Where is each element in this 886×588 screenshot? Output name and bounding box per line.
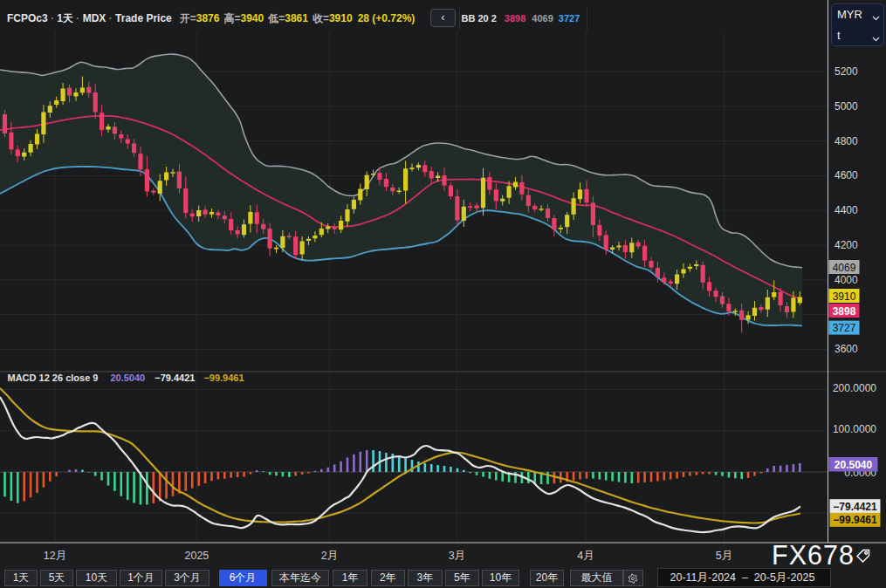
svg-text:4800: 4800 — [834, 135, 858, 147]
svg-text:3898: 3898 — [833, 305, 856, 318]
svg-text:5000: 5000 — [834, 100, 858, 113]
svg-text:2025: 2025 — [184, 550, 209, 562]
svg-text:3月: 3月 — [449, 550, 465, 562]
svg-text:100.0000: 100.0000 — [833, 423, 876, 435]
svg-text:4月: 4月 — [577, 550, 594, 562]
svg-text:−79.4421: −79.4421 — [833, 501, 877, 513]
svg-text:3727: 3727 — [833, 322, 856, 334]
svg-text:5200: 5200 — [834, 65, 858, 78]
svg-text:20.5040: 20.5040 — [834, 459, 873, 471]
svg-text:12月: 12月 — [44, 550, 66, 562]
svg-text:200.0000: 200.0000 — [833, 382, 876, 394]
svg-text:5月: 5月 — [716, 550, 732, 562]
svg-text:4400: 4400 — [834, 204, 858, 216]
svg-text:−99.9461: −99.9461 — [833, 514, 877, 526]
svg-text:3910: 3910 — [833, 291, 856, 303]
svg-text:4069: 4069 — [833, 262, 856, 274]
svg-text:4200: 4200 — [834, 239, 858, 251]
svg-text:FX678: FX678 — [772, 540, 855, 570]
svg-text:2月: 2月 — [321, 550, 338, 562]
svg-text:4000: 4000 — [834, 274, 858, 286]
svg-text:4600: 4600 — [834, 169, 858, 181]
svg-text:3600: 3600 — [834, 343, 858, 355]
